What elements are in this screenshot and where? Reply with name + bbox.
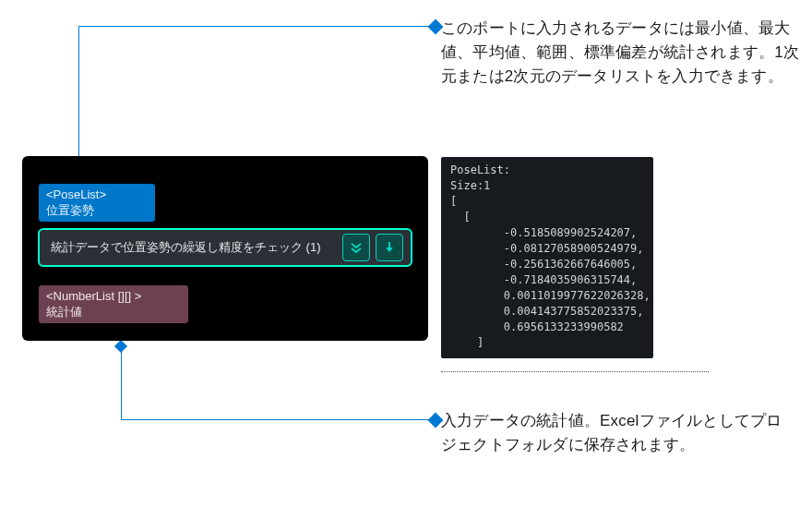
port-name-label: 統計値 xyxy=(46,304,181,320)
port-name-label: 位置姿勢 xyxy=(46,202,148,218)
chevron-double-down-icon xyxy=(349,240,364,255)
annotation-text-output-port: 入力データの統計値。Excelファイルとしてプロジェクトフォルダに保存されます。 xyxy=(441,409,782,457)
port-type-label: <NumberList [][] > xyxy=(46,288,181,304)
download-button[interactable] xyxy=(376,234,403,261)
connector-line xyxy=(78,26,79,175)
preview-header: PoseList: xyxy=(450,163,510,176)
expand-button[interactable] xyxy=(342,234,370,261)
preview-value: -0.5185089902524207, xyxy=(450,226,637,239)
preview-bracket: [ xyxy=(450,211,471,223)
port-type-label: <PoseList> xyxy=(46,187,148,202)
preview-bracket: [ xyxy=(450,195,457,208)
connector-line xyxy=(121,419,436,420)
preview-value: 0.0011019977622026328, xyxy=(450,289,651,302)
preview-value: -0.2561362667646005, xyxy=(450,258,637,271)
preview-size: Size:1 xyxy=(450,179,490,192)
preview-value: -0.08127058900524979, xyxy=(450,242,644,255)
connector-line xyxy=(121,346,122,420)
data-preview-panel: PoseList: Size:1 [ [ -0.5185089902524207… xyxy=(441,157,653,358)
input-port-poselist[interactable]: <PoseList> 位置姿勢 xyxy=(38,183,156,223)
node-panel: <PoseList> 位置姿勢 統計データで位置姿勢の繰返し精度をチェック (1… xyxy=(22,156,428,341)
annotation-anchor-icon xyxy=(114,340,127,353)
preview-value: -0.7184035906315744, xyxy=(450,273,637,286)
node-title-bar[interactable]: 統計データで位置姿勢の繰返し精度をチェック (1) xyxy=(38,228,412,267)
node-title: 統計データで位置姿勢の繰返し精度をチェック (1) xyxy=(51,239,337,256)
divider xyxy=(441,371,709,372)
preview-bracket: ] xyxy=(450,336,484,349)
output-port-numberlist[interactable]: <NumberList [][] > 統計値 xyxy=(38,284,189,324)
annotation-text-input-port: このポートに入力されるデータには最小値、最大値、平均値、範囲、標準偏差が統計され… xyxy=(441,17,801,89)
preview-value: 0.6956133233990582 xyxy=(450,320,624,333)
preview-value: 0.004143775852023375, xyxy=(450,305,644,318)
svg-marker-0 xyxy=(386,247,393,252)
download-icon xyxy=(382,240,397,255)
connector-line xyxy=(78,26,436,27)
